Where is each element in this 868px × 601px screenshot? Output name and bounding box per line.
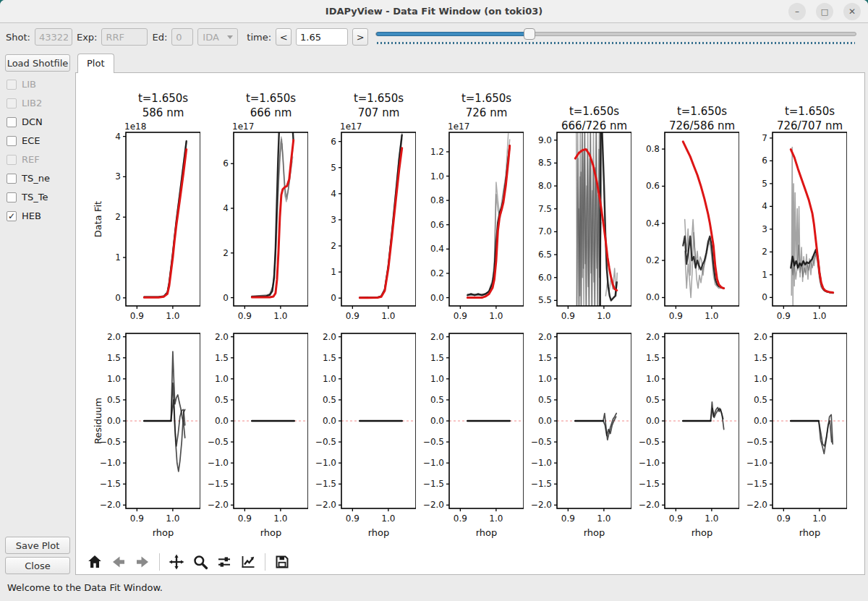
plot-cell-res-726-586: −2.0−1.5−1.0−0.50.00.51.01.52.00.91.0rho… [631, 328, 739, 544]
checkbox-box[interactable] [7, 192, 17, 203]
load-shotfile-button[interactable]: Load Shotfile [5, 54, 70, 72]
tab-plot[interactable]: Plot [77, 54, 114, 73]
svg-text:9.0: 9.0 [538, 135, 552, 145]
checkbox-checked-icon[interactable]: ✓ [7, 211, 17, 221]
svg-text:1.0: 1.0 [381, 513, 395, 524]
shot-label: Shot: [6, 32, 30, 43]
svg-text:7.0: 7.0 [538, 226, 552, 236]
svg-text:2.0: 2.0 [538, 332, 552, 342]
svg-text:−1.0: −1.0 [100, 458, 121, 468]
svg-text:5: 5 [762, 179, 767, 189]
svg-text:7.5: 7.5 [538, 204, 552, 214]
minimize-button[interactable]: – [788, 3, 806, 20]
svg-text:6.0: 6.0 [538, 273, 552, 283]
svg-text:2.0: 2.0 [215, 332, 229, 342]
checkbox-box[interactable] [7, 174, 17, 184]
svg-text:1.2: 1.2 [430, 147, 444, 157]
svg-text:0.5: 0.5 [538, 395, 552, 405]
svg-text:1.0: 1.0 [430, 171, 444, 182]
svg-text:1: 1 [115, 252, 121, 263]
zoom-button[interactable] [191, 553, 210, 571]
svg-text:−1.5: −1.5 [100, 479, 121, 489]
svg-text:1.0: 1.0 [430, 374, 444, 384]
save-plot-button[interactable]: Save Plot [5, 537, 70, 554]
svg-text:586 nm: 586 nm [142, 106, 184, 119]
svg-text:0.0: 0.0 [107, 416, 121, 426]
subplot-fit-586nm: 012340.91.0t=1.650s586 nm1e18Data Fit [93, 86, 200, 325]
svg-text:1.0: 1.0 [705, 513, 718, 524]
subplot-res-586nm: −2.0−1.5−1.0−0.50.00.51.01.52.00.91.0Res… [93, 328, 200, 541]
figure-canvas[interactable]: 012340.91.0t=1.650s586 nm1e18Data Fit024… [76, 73, 864, 544]
svg-text:0.6: 0.6 [430, 220, 444, 230]
subplot-fit-666-726: 5.56.06.57.07.58.08.59.00.91.0t=1.650s66… [524, 86, 631, 325]
svg-text:1.0: 1.0 [166, 311, 179, 321]
svg-text:0.9: 0.9 [561, 513, 575, 524]
svg-text:0: 0 [115, 293, 121, 303]
app-window: IDAPyView - Data Fit Window (on toki03) … [0, 0, 868, 601]
time-slider-fill [376, 32, 529, 36]
svg-text:0.9: 0.9 [454, 513, 467, 524]
svg-text:2: 2 [762, 247, 767, 257]
svg-text:1.0: 1.0 [273, 311, 287, 321]
time-next-button[interactable]: > [352, 28, 368, 46]
diagnostic-checkbox-list: LIBLIB2DCNECEREFTS_neTS_Te✓HEB [0, 79, 75, 221]
checkbox-label: LIB [22, 79, 36, 90]
time-slider[interactable] [375, 27, 862, 46]
svg-text:0.0: 0.0 [215, 416, 229, 426]
checkbox-TS_ne[interactable]: TS_ne [7, 173, 75, 184]
back-button[interactable] [109, 553, 128, 571]
svg-text:1.0: 1.0 [107, 374, 121, 384]
home-button[interactable] [85, 553, 104, 571]
subplot-res-666-726: −2.0−1.5−1.0−0.50.00.51.01.52.00.91.0rho… [524, 328, 631, 541]
svg-text:1.5: 1.5 [107, 353, 121, 363]
svg-text:0.2: 0.2 [646, 255, 660, 265]
subplot-fit-726nm: 0.00.20.40.60.81.01.20.91.0t=1.650s726 n… [416, 86, 524, 325]
window-title: IDAPyView - Data Fit Window (on toki03) [326, 6, 542, 17]
svg-text:rhop: rhop [584, 527, 605, 538]
save-button[interactable] [273, 553, 292, 571]
plot-cell-fit-666nm: 02460.91.0t=1.650s666 nm1e17 [200, 86, 308, 328]
svg-text:3: 3 [762, 224, 767, 234]
svg-text:−1.0: −1.0 [423, 458, 444, 468]
svg-text:4: 4 [223, 203, 229, 213]
maximize-button[interactable]: □ [816, 3, 833, 20]
customize-button[interactable] [239, 553, 258, 571]
subplot-fit-707nm: 01234560.91.0t=1.650s707 nm1e17 [308, 86, 416, 325]
pan-button[interactable] [167, 553, 186, 571]
close-plot-button[interactable]: Close [5, 557, 70, 574]
svg-text:−0.5: −0.5 [531, 437, 552, 447]
svg-text:0.5: 0.5 [215, 395, 229, 405]
svg-text:0.8: 0.8 [430, 195, 444, 205]
svg-text:0: 0 [762, 292, 767, 302]
subplots-button[interactable] [215, 553, 234, 571]
checkbox-TS_Te[interactable]: TS_Te [7, 192, 75, 203]
svg-text:−2.0: −2.0 [423, 500, 444, 510]
checkbox-box[interactable] [7, 136, 17, 146]
svg-text:rhop: rhop [368, 527, 390, 538]
checkbox-box[interactable] [7, 117, 17, 127]
time-slider-handle[interactable] [524, 28, 535, 40]
time-slider-track[interactable] [375, 32, 856, 36]
checkbox-ECE[interactable]: ECE [7, 135, 75, 146]
svg-text:0.9: 0.9 [454, 311, 467, 321]
svg-text:1.0: 1.0 [597, 311, 610, 321]
svg-text:4: 4 [762, 201, 767, 211]
svg-text:0.9: 0.9 [130, 513, 144, 524]
exp-input [101, 28, 148, 46]
svg-text:5: 5 [331, 163, 336, 173]
checkbox-DCN[interactable]: DCN [7, 116, 75, 127]
svg-text:−1.5: −1.5 [746, 479, 767, 489]
svg-text:2.0: 2.0 [323, 332, 336, 342]
svg-text:6.5: 6.5 [538, 250, 552, 260]
checkbox-HEB[interactable]: ✓HEB [7, 210, 75, 221]
forward-button[interactable] [133, 553, 152, 571]
time-input[interactable] [296, 28, 348, 46]
svg-text:0.5: 0.5 [646, 395, 660, 405]
sidebar-bottom: Save Plot Close [0, 537, 75, 575]
time-prev-button[interactable]: < [276, 28, 292, 46]
save-icon [273, 553, 291, 571]
close-button[interactable]: ✕ [843, 3, 861, 20]
zoom-icon [192, 553, 209, 571]
svg-text:0.0: 0.0 [538, 416, 552, 426]
chevron-down-icon [227, 35, 233, 39]
